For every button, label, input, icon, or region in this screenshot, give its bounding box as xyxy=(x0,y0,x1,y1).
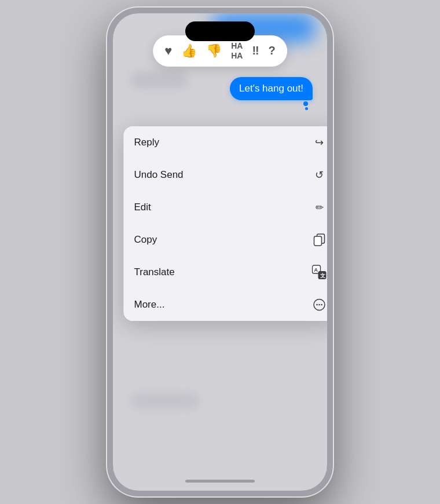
tail-dot-small xyxy=(305,107,308,110)
reaction-thumbs-up[interactable]: 👍 xyxy=(181,43,197,59)
menu-item-reply-label: Reply xyxy=(134,137,159,148)
menu-item-copy[interactable]: Copy xyxy=(124,224,328,256)
menu-item-more[interactable]: More... xyxy=(124,288,328,321)
bubble-tail xyxy=(303,101,308,110)
translate-icon: A 文 xyxy=(311,264,328,280)
tail-dot-large xyxy=(303,101,308,106)
menu-item-undo-send-label: Undo Send xyxy=(134,169,184,181)
context-menu: Reply ↩ Undo Send ↺ Edit ✏ Copy xyxy=(124,126,328,321)
phone-screen: ♥ 👍 👎 HAHA ‼ ? Let's hang out! Reply ↩ xyxy=(113,13,327,491)
menu-item-undo-send[interactable]: Undo Send ↺ xyxy=(124,159,328,191)
reaction-thumbs-down[interactable]: 👎 xyxy=(206,43,222,59)
reply-icon: ↩ xyxy=(311,134,328,151)
message-bubble-wrapper: Let's hang out! xyxy=(230,77,313,110)
menu-item-edit-label: Edit xyxy=(134,202,151,213)
reaction-heart[interactable]: ♥ xyxy=(164,43,172,59)
menu-item-translate-label: Translate xyxy=(134,266,175,278)
reaction-question[interactable]: ? xyxy=(269,44,276,57)
phone-frame: ♥ 👍 👎 HAHA ‼ ? Let's hang out! Reply ↩ xyxy=(107,8,333,496)
edit-icon: ✏ xyxy=(311,199,328,216)
message-bubble: Let's hang out! xyxy=(230,77,313,100)
bg-blur-gray xyxy=(130,71,188,89)
menu-item-copy-label: Copy xyxy=(134,234,157,246)
dynamic-island xyxy=(185,21,255,41)
svg-rect-1 xyxy=(314,236,322,246)
reaction-haha[interactable]: HAHA xyxy=(231,41,243,61)
undo-send-icon: ↺ xyxy=(311,167,328,183)
svg-text:A: A xyxy=(314,267,318,273)
menu-item-reply[interactable]: Reply ↩ xyxy=(124,126,328,159)
home-indicator xyxy=(185,480,255,483)
menu-item-edit[interactable]: Edit ✏ xyxy=(124,191,328,224)
message-text: Let's hang out! xyxy=(239,83,303,94)
menu-item-translate[interactable]: Translate A 文 xyxy=(124,256,328,288)
svg-point-7 xyxy=(316,304,318,306)
svg-point-9 xyxy=(321,304,322,306)
svg-point-8 xyxy=(318,304,320,306)
copy-icon xyxy=(311,232,328,248)
menu-item-more-label: More... xyxy=(134,299,165,311)
svg-text:文: 文 xyxy=(320,273,325,279)
reaction-exclamation[interactable]: ‼ xyxy=(252,44,259,57)
bg-blur-gray2 xyxy=(130,392,200,410)
more-icon xyxy=(311,297,328,313)
